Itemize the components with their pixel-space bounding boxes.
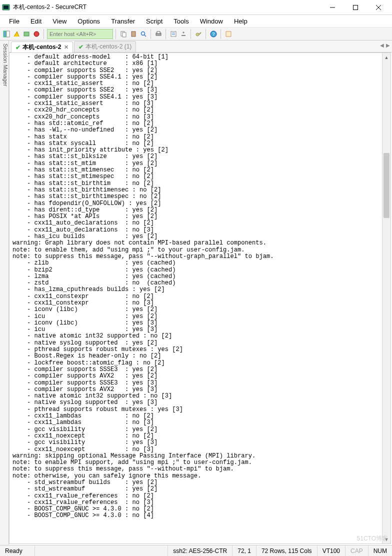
tab-label: 本机-centos-2 bbox=[22, 43, 61, 52]
session-manager-tab[interactable]: Session Manager bbox=[0, 40, 9, 545]
connected-icon: ✔ bbox=[16, 44, 20, 51]
status-cursor: 72, 1 bbox=[232, 546, 256, 556]
tab-next-icon[interactable]: ▶ bbox=[386, 42, 390, 48]
close-button[interactable] bbox=[367, 0, 390, 15]
terminal-pane[interactable]: - default address-model : 64-bit [1] - d… bbox=[9, 52, 391, 544]
svg-text:?: ? bbox=[212, 32, 214, 36]
maximize-button[interactable] bbox=[344, 0, 367, 15]
status-ready: Ready bbox=[0, 546, 35, 556]
svg-rect-1 bbox=[4, 6, 8, 9]
svg-rect-16 bbox=[157, 32, 160, 34]
command-window-icon[interactable] bbox=[224, 30, 233, 38]
scroll-up-icon[interactable]: ▲ bbox=[382, 53, 390, 62]
tab-label: 本机-centos-2 (1) bbox=[86, 42, 132, 51]
svg-rect-7 bbox=[6, 31, 10, 37]
menu-transfer[interactable]: Transfer bbox=[106, 16, 140, 26]
menu-edit[interactable]: Edit bbox=[26, 16, 46, 26]
menu-options[interactable]: Options bbox=[72, 16, 105, 26]
paste-icon[interactable] bbox=[129, 30, 138, 38]
status-spacer bbox=[35, 546, 168, 556]
quick-connect-icon[interactable] bbox=[12, 30, 21, 38]
title-bar: 本机-centos-2 - SecureCRT bbox=[0, 0, 392, 15]
status-term: VT100 bbox=[318, 546, 346, 556]
help-icon[interactable]: ? bbox=[209, 30, 218, 38]
copy-icon[interactable] bbox=[119, 30, 128, 38]
tab-strip: ✔ 本机-centos-2 ✕ ✔ 本机-centos-2 (1) ◀ ▶ bbox=[9, 40, 392, 52]
status-num: NUM bbox=[368, 546, 392, 556]
menu-window[interactable]: Window bbox=[195, 16, 228, 26]
menu-tools[interactable]: Tools bbox=[168, 16, 194, 26]
menu-help[interactable]: Help bbox=[229, 16, 252, 26]
svg-line-14 bbox=[144, 35, 146, 36]
key-icon[interactable] bbox=[194, 30, 203, 38]
toolbar-separator bbox=[150, 29, 152, 39]
svg-rect-24 bbox=[226, 32, 231, 36]
tab-prev-icon[interactable]: ◀ bbox=[380, 42, 384, 48]
menu-file[interactable]: File bbox=[4, 16, 24, 26]
svg-rect-17 bbox=[171, 32, 176, 36]
tab-nav: ◀ ▶ bbox=[380, 42, 390, 48]
toolbar: ? bbox=[0, 27, 392, 40]
status-bar: Ready ssh2: AES-256-CTR 72, 1 72 Rows, 1… bbox=[0, 545, 392, 556]
svg-point-20 bbox=[196, 33, 199, 36]
svg-rect-3 bbox=[354, 5, 358, 10]
toolbar-separator bbox=[116, 29, 116, 39]
toolbar-separator bbox=[166, 29, 166, 39]
svg-rect-11 bbox=[122, 32, 126, 37]
vertical-scrollbar[interactable]: ▲ ▼ bbox=[382, 53, 390, 544]
scroll-thumb[interactable] bbox=[384, 153, 390, 218]
close-tab-icon[interactable]: ✕ bbox=[64, 44, 68, 50]
status-cap: CAP bbox=[346, 546, 368, 556]
svg-line-21 bbox=[199, 32, 201, 34]
menu-bar: File Edit View Options Transfer Script T… bbox=[0, 15, 392, 27]
window-title: 本机-centos-2 - SecureCRT bbox=[13, 3, 321, 12]
toolbar-separator bbox=[44, 29, 44, 39]
app-icon bbox=[2, 4, 10, 12]
connect-icon[interactable] bbox=[22, 30, 31, 38]
scroll-down-icon[interactable]: ▼ bbox=[382, 535, 390, 544]
host-input[interactable] bbox=[47, 29, 113, 39]
terminal-output: - default address-model : 64-bit [1] - d… bbox=[10, 53, 390, 520]
print-icon[interactable] bbox=[154, 30, 163, 38]
svg-rect-6 bbox=[4, 31, 6, 37]
session-manager-icon[interactable] bbox=[2, 30, 11, 38]
disconnect-icon[interactable] bbox=[32, 30, 41, 38]
svg-rect-8 bbox=[24, 32, 29, 36]
menu-script[interactable]: Script bbox=[141, 16, 168, 26]
tab-session-2[interactable]: ✔ 本机-centos-2 (1) bbox=[74, 41, 136, 52]
status-cipher: ssh2: AES-256-CTR bbox=[168, 546, 232, 556]
window-controls bbox=[321, 0, 390, 15]
minimize-button[interactable] bbox=[321, 0, 344, 15]
toolbar-separator bbox=[220, 29, 222, 39]
find-icon[interactable] bbox=[139, 30, 148, 38]
status-size: 72 Rows, 115 Cols bbox=[256, 546, 318, 556]
toolbar-separator bbox=[206, 29, 206, 39]
toolbar-separator bbox=[190, 29, 192, 39]
svg-point-9 bbox=[34, 32, 39, 36]
svg-rect-12 bbox=[132, 32, 136, 36]
menu-view[interactable]: View bbox=[48, 16, 72, 26]
tab-session-1[interactable]: ✔ 本机-centos-2 ✕ bbox=[11, 42, 73, 52]
settings-icon[interactable] bbox=[179, 30, 188, 38]
connected-icon: ✔ bbox=[78, 44, 84, 50]
svg-point-13 bbox=[142, 32, 145, 35]
properties-icon[interactable] bbox=[169, 30, 178, 38]
